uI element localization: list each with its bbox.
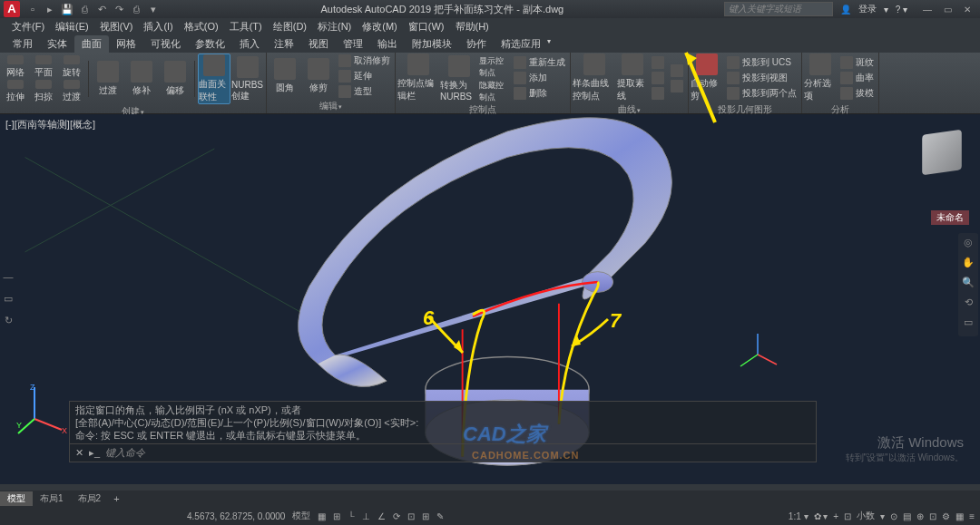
nav-show-icon[interactable]: ▭ (960, 316, 976, 333)
login-label[interactable]: 登录 (858, 3, 877, 15)
btn-offset[interactable]: 偏移 (159, 53, 191, 104)
btn-hide-cv[interactable]: 隐藏控制点 (479, 79, 510, 102)
tab-home[interactable]: 常用 (5, 35, 40, 53)
menu-format[interactable]: 格式(O) (180, 20, 223, 34)
btn-loft[interactable]: 拉伸 (2, 80, 29, 103)
status-model[interactable]: 模型 (292, 510, 310, 522)
account-icon[interactable]: 👤 (840, 5, 851, 15)
btn-network[interactable]: 网络 (2, 55, 29, 79)
menu-tools[interactable]: 工具(T) (225, 20, 267, 34)
tab-visualize[interactable]: 可视化 (143, 35, 188, 53)
tab-addins[interactable]: 附加模块 (405, 35, 459, 53)
tab-featured[interactable]: 精选应用 (494, 35, 554, 53)
btn-to-nurbs[interactable]: 转换为NURBS (440, 53, 478, 102)
qat-open-icon[interactable]: ▸ (43, 2, 57, 16)
btn-revolve[interactable]: 过渡 (58, 80, 85, 103)
status-transp-icon[interactable]: ⊞ (422, 511, 429, 521)
menu-edit[interactable]: 编辑(E) (51, 20, 93, 34)
nav-pan-icon[interactable]: ✋ (960, 257, 976, 273)
vl-tool-b[interactable]: ▭ (2, 293, 15, 306)
btn-curve-d[interactable] (668, 63, 686, 78)
btn-rebuild[interactable]: 重新生成 (511, 55, 568, 70)
status-units[interactable]: 小数 (857, 510, 875, 522)
nav-orbit-icon[interactable]: ⟲ (960, 297, 976, 313)
btn-sweep[interactable]: 旋转 (58, 55, 85, 79)
status-iso-icon[interactable]: ▤ (903, 511, 911, 521)
panel-edit-title[interactable]: 编辑 (269, 99, 393, 113)
tab-collab[interactable]: 协作 (459, 35, 494, 53)
btn-fillet[interactable]: 圆角 (269, 53, 301, 99)
app-logo[interactable]: A (4, 1, 20, 17)
status-otrack-icon[interactable]: ⟳ (393, 511, 400, 521)
status-grid-icon[interactable]: ▦ (318, 511, 326, 521)
btn-proj-ucs[interactable]: 投影到 UCS (724, 55, 799, 70)
btn-curvature[interactable]: 曲率 (838, 71, 877, 85)
btn-draft[interactable]: 拔模 (838, 86, 877, 101)
menu-dimension[interactable]: 标注(N) (313, 20, 356, 34)
status-hw-icon[interactable]: ⊕ (916, 511, 924, 521)
status-full-icon[interactable]: ▦ (956, 511, 964, 521)
vl-tool-a[interactable]: — (2, 271, 15, 284)
layout-tab-1[interactable]: 布局1 (33, 491, 71, 506)
viewcube-nametag[interactable]: 未命名 (931, 210, 969, 225)
status-snap-icon[interactable]: ⊞ (333, 511, 340, 521)
btn-curve-c[interactable] (649, 86, 667, 101)
status-plus-icon[interactable]: + (833, 511, 838, 521)
tab-parametric[interactable]: 参数化 (188, 35, 232, 53)
tab-manage[interactable]: 管理 (336, 35, 370, 53)
status-ws-icon[interactable]: ⊡ (844, 511, 851, 521)
btn-sculpt[interactable]: 造型 (336, 84, 393, 99)
command-window[interactable]: 指定窗口的角点，输入比例因子 (nX 或 nXP)，或者 [全部(A)/中心(C… (69, 401, 817, 462)
qat-redo-icon[interactable]: ↷ (112, 2, 126, 16)
status-lwt-icon[interactable]: ⊡ (407, 511, 415, 521)
menu-file[interactable]: 文件(F) (7, 20, 49, 34)
btn-proj-2pt[interactable]: 投影到两个点 (724, 86, 799, 101)
menu-view[interactable]: 视图(V) (95, 20, 138, 34)
status-dd-icon[interactable]: ▾ (880, 511, 885, 521)
btn-curve-a[interactable] (649, 55, 667, 70)
close-button[interactable]: ✕ (958, 3, 976, 15)
status-ortho-icon[interactable]: └ (348, 511, 354, 521)
btn-curve-e[interactable] (668, 79, 686, 93)
coordinates-display[interactable]: 4.5673, 62.8725, 0.0000 (187, 511, 285, 521)
btn-cv-editbar[interactable]: 控制点编辑栏 (397, 53, 439, 102)
btn-planar[interactable]: 平面 (30, 55, 57, 79)
btn-add-cv[interactable]: 添加 (511, 71, 568, 85)
btn-trim[interactable]: 修剪 (302, 53, 335, 99)
btn-nurbs-create[interactable]: NURBS创建 (231, 53, 264, 104)
btn-proj-view[interactable]: 投影到视图 (724, 71, 799, 85)
btn-show-cv[interactable]: 显示控制点 (479, 54, 510, 78)
btn-extract-iso[interactable]: 提取素线 (617, 53, 648, 102)
qat-print-icon[interactable]: ⎙ (129, 2, 143, 16)
btn-analysis-opts[interactable]: 分析选项 (804, 53, 837, 102)
qat-save-icon[interactable]: 💾 (60, 2, 74, 16)
command-input[interactable]: ✕ ▸_ 键入命令 (70, 443, 816, 462)
btn-extend[interactable]: 延伸 (336, 69, 393, 83)
btn-autotrim[interactable]: 自动修剪 (691, 53, 723, 102)
status-clean-icon[interactable]: ⊡ (929, 511, 936, 521)
btn-extrude[interactable]: 扫掠 (30, 80, 57, 103)
vl-tool-c[interactable]: ↻ (2, 315, 15, 327)
menu-modify[interactable]: 修改(M) (358, 20, 402, 34)
qat-saveas-icon[interactable]: ⎙ (77, 2, 92, 16)
status-scale[interactable]: 1:1 ▾ (789, 511, 808, 521)
layout-tab-2[interactable]: 布局2 (71, 491, 109, 506)
layout-tab-model[interactable]: 模型 (0, 491, 33, 506)
status-target-icon[interactable]: ⊙ (890, 511, 897, 521)
status-osnap-icon[interactable]: ∠ (377, 511, 386, 521)
tab-output[interactable]: 输出 (370, 35, 405, 53)
maximize-button[interactable]: ▭ (938, 3, 956, 15)
qat-dropdown-icon[interactable]: ▾ (146, 2, 161, 16)
tab-view[interactable]: 视图 (301, 35, 336, 53)
btn-spline-cv[interactable]: 样条曲线控制点 (573, 53, 616, 102)
menu-window[interactable]: 窗口(W) (404, 20, 449, 34)
status-custom-icon[interactable]: ⚙ (942, 511, 950, 521)
minimize-button[interactable]: — (918, 3, 936, 15)
btn-untrim[interactable]: 取消修剪 (336, 53, 393, 68)
menu-draw[interactable]: 绘图(D) (269, 20, 311, 34)
tab-annotate[interactable]: 注释 (267, 35, 301, 53)
menu-insert[interactable]: 插入(I) (139, 20, 177, 34)
nav-zoom-icon[interactable]: 🔍 (960, 277, 976, 293)
search-input[interactable]: 键入关键字或短语 (724, 2, 833, 16)
status-gear-icon[interactable]: ✿ ▾ (814, 511, 828, 521)
